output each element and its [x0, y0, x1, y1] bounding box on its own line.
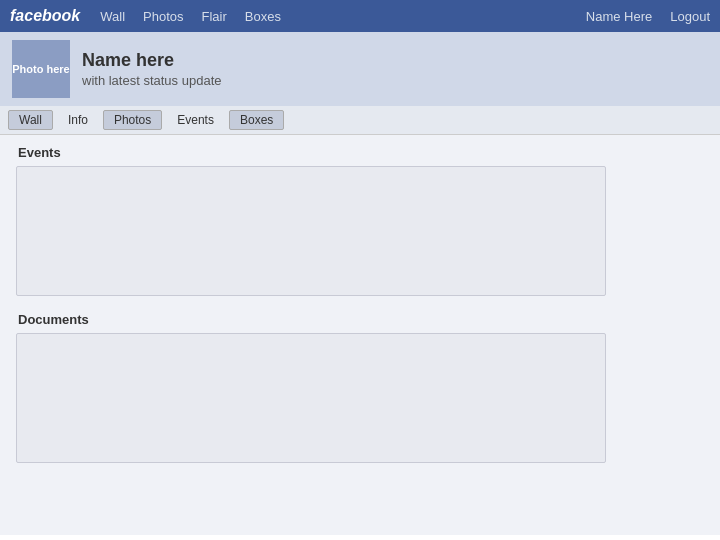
nav-flair[interactable]: Flair — [202, 9, 227, 24]
nav-links: Wall Photos Flair Boxes — [100, 9, 586, 24]
events-label: Events — [16, 145, 704, 160]
top-nav: facebook Wall Photos Flair Boxes Name He… — [0, 0, 720, 32]
events-section: Events — [16, 145, 704, 296]
nav-photos[interactable]: Photos — [143, 9, 183, 24]
profile-name: Name here — [82, 50, 221, 71]
nav-wall[interactable]: Wall — [100, 9, 125, 24]
documents-box — [16, 333, 606, 463]
right-links: Name Here Logout — [586, 9, 710, 24]
profile-info: Name here with latest status update — [82, 50, 221, 88]
profile-tabs: Wall Info Photos Events Boxes — [0, 106, 720, 135]
tab-info[interactable]: Info — [57, 110, 99, 130]
documents-section: Documents — [16, 312, 704, 463]
tab-photos[interactable]: Photos — [103, 110, 162, 130]
nav-boxes[interactable]: Boxes — [245, 9, 281, 24]
profile-photo: Photo here — [12, 40, 70, 98]
profile-status: with latest status update — [82, 73, 221, 88]
tab-events[interactable]: Events — [166, 110, 225, 130]
tab-boxes[interactable]: Boxes — [229, 110, 284, 130]
main-content: Events Documents — [0, 135, 720, 535]
user-name-link[interactable]: Name Here — [586, 9, 652, 24]
documents-label: Documents — [16, 312, 704, 327]
profile-header: Photo here Name here with latest status … — [0, 32, 720, 106]
brand-logo[interactable]: facebook — [10, 7, 80, 25]
tab-wall[interactable]: Wall — [8, 110, 53, 130]
logout-link[interactable]: Logout — [670, 9, 710, 24]
events-box — [16, 166, 606, 296]
